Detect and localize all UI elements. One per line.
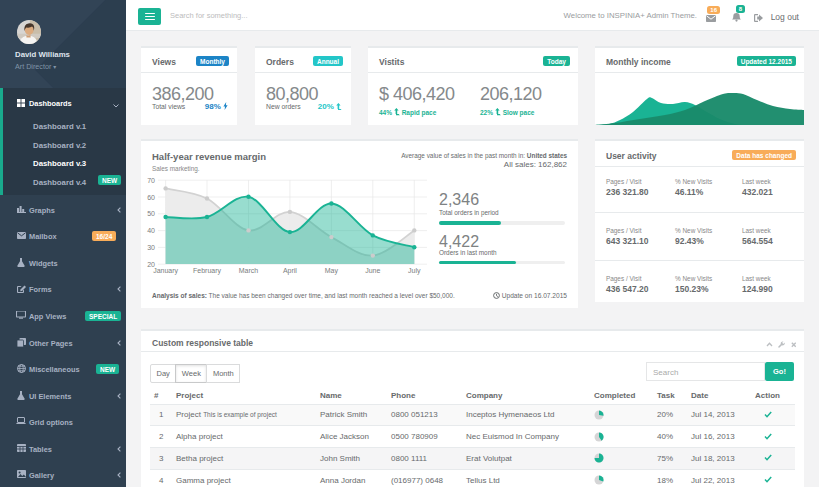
svg-text:July: July — [408, 267, 421, 275]
svg-text:April: April — [283, 267, 297, 275]
svg-text:June: June — [365, 267, 380, 274]
svg-text:May: May — [325, 267, 339, 275]
svg-text:February: February — [193, 267, 222, 275]
svg-text:50: 50 — [147, 210, 155, 217]
svg-text:March: March — [239, 267, 259, 274]
svg-text:40: 40 — [147, 227, 155, 234]
svg-text:January: January — [153, 267, 178, 275]
svg-text:60: 60 — [147, 194, 155, 201]
svg-text:30: 30 — [147, 244, 155, 251]
svg-text:70: 70 — [147, 177, 155, 184]
